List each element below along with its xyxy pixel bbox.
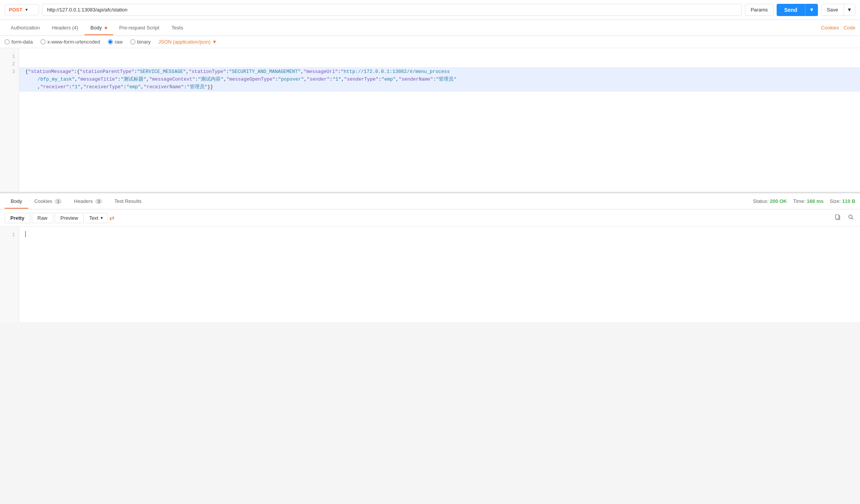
tab-prerequest[interactable]: Pre-request Script	[113, 21, 166, 35]
request-tabs-right: Cookies Code	[821, 25, 855, 31]
body-dot-indicator	[105, 27, 107, 29]
resp-line-number-1: 1	[0, 231, 19, 239]
method-select[interactable]: POST ▼	[5, 4, 39, 15]
editor-line-1: {"stationMessage":{"stationParentType":"…	[19, 67, 860, 92]
size-value: 110 B	[842, 198, 855, 204]
raw-option[interactable]: raw	[108, 39, 123, 45]
tab-body[interactable]: Body	[85, 21, 113, 35]
preview-button[interactable]: Preview	[55, 213, 84, 223]
response-tabs-row: Body Cookies 1 Headers 3 Test Results St…	[0, 193, 860, 209]
resp-tab-body[interactable]: Body	[5, 194, 28, 209]
raw-button[interactable]: Raw	[32, 213, 53, 223]
headers-badge: 3	[95, 199, 102, 204]
form-data-radio[interactable]	[5, 39, 10, 44]
response-toolbar: Pretty Raw Preview Text ▼ ⇄	[0, 209, 860, 227]
response-tabs-left: Body Cookies 1 Headers 3 Test Results	[5, 194, 148, 208]
urlencoded-option[interactable]: x-www-form-urlencoded	[41, 39, 100, 45]
save-dropdown-button[interactable]: ▼	[844, 4, 855, 15]
svg-line-3	[852, 218, 853, 220]
binary-option[interactable]: binary	[130, 39, 151, 45]
form-data-option[interactable]: form-data	[5, 39, 33, 45]
search-response-button[interactable]	[846, 212, 855, 223]
response-section: Body Cookies 1 Headers 3 Test Results St…	[0, 193, 860, 322]
svg-rect-1	[836, 215, 839, 219]
save-chevron-icon: ▼	[847, 7, 852, 13]
raw-radio[interactable]	[108, 39, 113, 44]
pretty-button[interactable]: Pretty	[5, 213, 30, 223]
time-value: 166 ms	[807, 198, 824, 204]
cookies-link[interactable]: Cookies	[821, 25, 839, 31]
response-format-group: Pretty Raw Preview Text ▼ ⇄	[5, 213, 114, 223]
text-type-dropdown[interactable]: Text ▼	[85, 213, 108, 223]
copy-response-button[interactable]	[833, 212, 842, 223]
status-label: Status: 200 OK	[753, 198, 787, 204]
size-label: Size: 110 B	[830, 198, 855, 204]
response-cursor-line	[25, 231, 854, 237]
tab-authorization[interactable]: Authorization	[5, 21, 46, 35]
response-status-info: Status: 200 OK Time: 166 ms Size: 110 B	[753, 198, 855, 204]
content-type-chevron-icon: ▼	[212, 39, 217, 45]
time-label: Time: 166 ms	[793, 198, 824, 204]
search-icon	[848, 214, 854, 220]
save-group: Save ▼	[821, 4, 855, 16]
wrap-icon[interactable]: ⇄	[109, 214, 114, 222]
request-editor: 1 2 3 {"stationMessage":{"stationParentT…	[0, 48, 860, 193]
response-actions	[833, 212, 855, 223]
resp-tab-headers[interactable]: Headers 3	[68, 194, 108, 209]
top-bar: POST ▼ Params Send ▼ Save ▼	[0, 0, 860, 20]
status-value: 200 OK	[770, 198, 787, 204]
body-options-row: form-data x-www-form-urlencoded raw bina…	[0, 36, 860, 48]
send-chevron-icon: ▼	[809, 7, 814, 13]
tab-headers[interactable]: Headers (4)	[46, 21, 85, 35]
save-button[interactable]: Save	[821, 4, 844, 15]
send-group: Send ▼	[777, 4, 818, 16]
cookies-badge: 1	[55, 199, 62, 204]
resp-tab-cookies[interactable]: Cookies 1	[28, 194, 68, 209]
line-number-1: 1	[0, 53, 19, 60]
text-type-chevron-icon: ▼	[100, 216, 104, 220]
editor-content[interactable]: {"stationMessage":{"stationParentType":"…	[19, 48, 860, 192]
params-button[interactable]: Params	[745, 4, 774, 16]
method-chevron-icon: ▼	[24, 8, 28, 12]
urlencoded-radio[interactable]	[41, 39, 46, 44]
binary-radio[interactable]	[130, 39, 135, 44]
copy-icon	[835, 214, 841, 220]
request-tabs-left: Authorization Headers (4) Body Pre-reque…	[5, 21, 189, 35]
line-number-3: 3	[0, 68, 19, 76]
response-editor: 1	[0, 227, 860, 322]
request-tabs-row: Authorization Headers (4) Body Pre-reque…	[0, 20, 860, 36]
cursor	[25, 231, 26, 237]
editor-line-numbers: 1 2 3	[0, 48, 19, 192]
response-line-numbers: 1	[0, 227, 19, 322]
url-input[interactable]	[42, 4, 742, 16]
resp-tab-test-results[interactable]: Test Results	[108, 194, 148, 209]
line-number-2: 2	[0, 60, 19, 68]
send-button[interactable]: Send	[777, 4, 805, 16]
send-dropdown-button[interactable]: ▼	[805, 4, 818, 16]
method-label: POST	[9, 7, 22, 13]
response-content[interactable]	[19, 227, 860, 322]
content-type-selector[interactable]: JSON (application/json) ▼	[158, 39, 217, 45]
tab-tests[interactable]: Tests	[166, 21, 189, 35]
code-link[interactable]: Code	[844, 25, 855, 31]
